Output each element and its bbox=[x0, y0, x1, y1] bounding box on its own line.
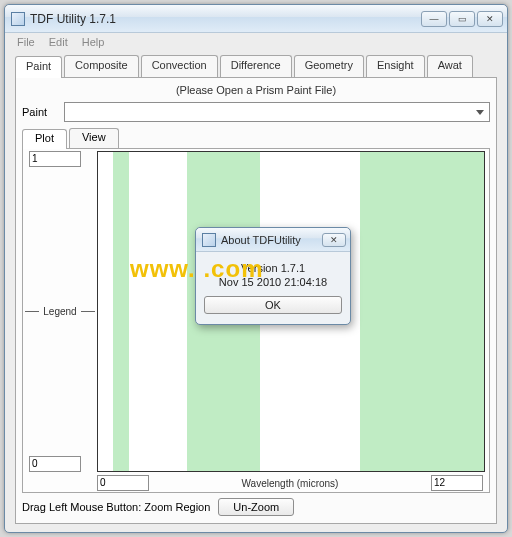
window-title: TDF Utility 1.7.1 bbox=[30, 12, 116, 26]
chart-band bbox=[360, 152, 484, 471]
main-tabs: Paint Composite Convection Difference Ge… bbox=[15, 55, 497, 77]
tab-ensight[interactable]: Ensight bbox=[366, 55, 425, 77]
menu-edit[interactable]: Edit bbox=[43, 35, 74, 49]
legend-line-icon bbox=[25, 311, 39, 312]
app-icon bbox=[202, 233, 216, 247]
close-button[interactable]: ✕ bbox=[477, 11, 503, 27]
y-max-input[interactable]: 1 bbox=[29, 151, 81, 167]
about-title: About TDFUtility bbox=[221, 234, 301, 246]
about-date: Nov 15 2010 21:04:18 bbox=[204, 276, 342, 288]
legend-label: Legend bbox=[43, 306, 76, 317]
about-close-button[interactable]: ✕ bbox=[322, 233, 346, 247]
x-min-input[interactable]: 0 bbox=[97, 475, 149, 491]
y-min-input[interactable]: 0 bbox=[29, 456, 81, 472]
y-axis-column: 1 Legend 0 bbox=[23, 149, 97, 474]
zoom-hint: Drag Left Mouse Button: Zoom Region bbox=[22, 501, 210, 513]
paint-select[interactable] bbox=[64, 102, 490, 122]
tab-geometry[interactable]: Geometry bbox=[294, 55, 364, 77]
tab-awat[interactable]: Awat bbox=[427, 55, 473, 77]
app-icon bbox=[11, 12, 25, 26]
open-file-hint: (Please Open a Prism Paint File) bbox=[22, 82, 490, 102]
menu-file[interactable]: File bbox=[11, 35, 41, 49]
tab-difference[interactable]: Difference bbox=[220, 55, 292, 77]
tab-convection[interactable]: Convection bbox=[141, 55, 218, 77]
about-dialog: About TDFUtility ✕ Version 1.7.1 Nov 15 … bbox=[195, 227, 351, 325]
sub-tab-view[interactable]: View bbox=[69, 128, 119, 148]
paint-label: Paint bbox=[22, 106, 58, 118]
x-max-input[interactable]: 12 bbox=[431, 475, 483, 491]
main-window: TDF Utility 1.7.1 — ▭ ✕ File Edit Help P… bbox=[4, 4, 508, 533]
legend-line-icon bbox=[81, 311, 95, 312]
sub-tabs: Plot View bbox=[22, 128, 490, 148]
sub-tab-plot[interactable]: Plot bbox=[22, 129, 67, 149]
minimize-button[interactable]: — bbox=[421, 11, 447, 27]
about-ok-button[interactable]: OK bbox=[204, 296, 342, 314]
chart-band bbox=[113, 152, 128, 471]
tab-paint[interactable]: Paint bbox=[15, 56, 62, 78]
menu-help[interactable]: Help bbox=[76, 35, 111, 49]
tab-composite[interactable]: Composite bbox=[64, 55, 139, 77]
about-version: Version 1.7.1 bbox=[204, 262, 342, 274]
maximize-button[interactable]: ▭ bbox=[449, 11, 475, 27]
titlebar[interactable]: TDF Utility 1.7.1 — ▭ ✕ bbox=[5, 5, 507, 33]
about-titlebar[interactable]: About TDFUtility ✕ bbox=[196, 228, 350, 252]
menubar: File Edit Help bbox=[5, 33, 507, 51]
unzoom-button[interactable]: Un-Zoom bbox=[218, 498, 294, 516]
legend: Legend bbox=[25, 306, 94, 317]
x-axis-label: Wavelength (microns) bbox=[149, 478, 431, 489]
